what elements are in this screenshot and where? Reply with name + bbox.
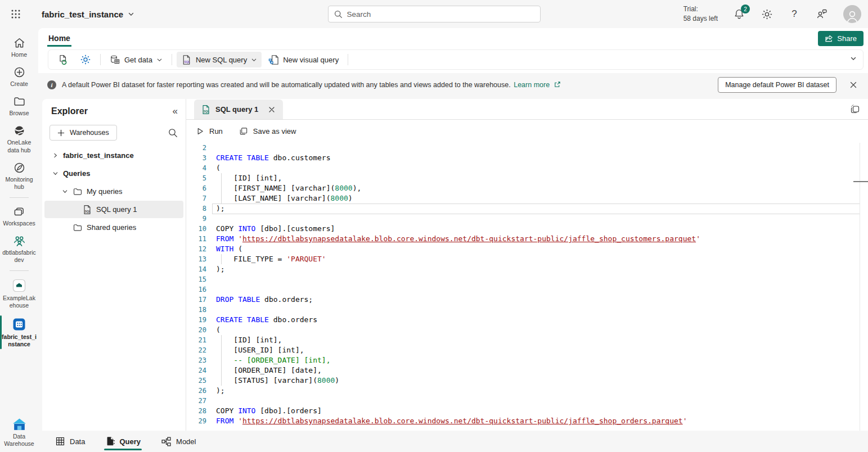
workspace-switcher[interactable]: fabric_test_instance (42, 10, 134, 19)
ribbon-collapse-chevron-icon[interactable] (849, 55, 857, 62)
search-input[interactable] (347, 10, 534, 19)
toolbar-separator (100, 54, 101, 65)
scrollbar-marker[interactable] (853, 181, 868, 182)
rail-item-workspaces[interactable]: Workspaces (0, 201, 38, 230)
code-line-22[interactable]: 22 [USER_ID] [int], (186, 345, 860, 355)
code-line-11[interactable]: 11FROM 'https://dbtlabsynapsedatalake.bl… (186, 234, 860, 244)
tab-home[interactable]: Home (47, 30, 71, 47)
code-line-17[interactable]: 17DROP TABLE dbo.orders; (186, 295, 860, 305)
rail-item-home[interactable]: Home (0, 33, 38, 62)
view-tab-query[interactable]: Query (105, 431, 141, 452)
code-line-27[interactable]: 27 (186, 396, 860, 406)
rail-item-browse[interactable]: Browse (0, 91, 38, 120)
code-line-23[interactable]: 23 -- [ORDER_DATE] [int], (186, 355, 860, 365)
code-text: ); (216, 204, 225, 214)
code-line-19[interactable]: 19CREATE TABLE dbo.orders (186, 315, 860, 325)
tree-item-fabric-test-instance[interactable]: fabric_test_instance (44, 147, 183, 164)
editor-tab-strip: SQL SQL query 1 (186, 99, 868, 120)
rail-item-data-warehouse[interactable]: Data Warehouse (0, 414, 38, 451)
rail-item-dbtlabsfabricdev[interactable]: dbtlabsfabricdev (0, 230, 38, 267)
chevron-right-icon[interactable] (51, 152, 59, 159)
code-line-28[interactable]: 28COPY INTO [dbo].[orders] (186, 406, 860, 416)
code-line-18[interactable]: 18 (186, 305, 860, 315)
sql-code-editor[interactable]: 23CREATE TABLE dbo.customers4(5 [ID] [in… (186, 143, 860, 431)
code-line-24[interactable]: 24 [ORDER_DATE] [date], (186, 365, 860, 376)
chevron-down-icon[interactable] (61, 188, 69, 195)
rail-item-create[interactable]: Create (0, 62, 38, 91)
line-number: 5 (186, 173, 206, 183)
code-line-10[interactable]: 10COPY INTO [dbo].[customers] (186, 224, 860, 234)
code-line-14[interactable]: 14); (186, 264, 860, 274)
help-icon[interactable]: ? (788, 8, 800, 20)
explorer-panel: Explorer « Warehouses fabric_test_instan… (42, 99, 186, 431)
code-line-16[interactable]: 16 (186, 284, 860, 295)
code-text: [ID] [int], (216, 173, 282, 183)
tree-item-label: Queries (63, 169, 90, 178)
tree-item-queries[interactable]: Queries (44, 165, 183, 182)
banner-close-icon[interactable] (845, 77, 861, 93)
tree-item-shared-queries[interactable]: Shared queries (44, 219, 183, 236)
rail-item-label: Workspaces (2, 220, 37, 227)
code-line-25[interactable]: 25 [STATUS] [varchar](8000) (186, 376, 860, 386)
line-number: 10 (186, 224, 206, 234)
app-launcher-icon[interactable] (3, 4, 28, 24)
global-search[interactable] (328, 6, 541, 22)
tab-close-icon[interactable] (267, 105, 276, 114)
collapse-panel-icon[interactable]: « (173, 106, 178, 117)
code-line-7[interactable]: 7 [LAST_NAME] [varchar](8000) (186, 193, 860, 204)
code-line-21[interactable]: 21 [ID] [int], (186, 335, 860, 345)
settings-button[interactable] (75, 52, 96, 67)
indent-guide (221, 173, 222, 183)
rail-divider (10, 197, 29, 198)
view-tab-data[interactable]: Data (55, 431, 85, 452)
code-line-29[interactable]: 29FROM 'https://dbtlabsynapsedatalake.bl… (186, 416, 860, 426)
settings-gear-icon[interactable] (761, 8, 773, 20)
view-tab-model[interactable]: Model (161, 431, 196, 452)
tab-title: SQL query 1 (215, 105, 258, 114)
rail-item-fabric-test-instance[interactable]: fabric_test_instance (0, 313, 38, 351)
new-sql-query-button[interactable]: SQL New SQL query (177, 52, 262, 67)
code-line-12[interactable]: 12WITH ( (186, 244, 860, 254)
learn-more-link[interactable]: Learn more (514, 81, 550, 89)
indent-guide (221, 376, 222, 386)
tree-item-sql-query-1[interactable]: SQLSQL query 1 (44, 201, 183, 218)
explorer-search-icon[interactable] (168, 128, 178, 138)
code-text: [STATUS] [varchar](8000) (216, 376, 339, 386)
tab-sql-query-1[interactable]: SQL SQL query 1 (194, 100, 283, 119)
get-data-button[interactable]: Get data (105, 52, 167, 67)
chevron-down-icon[interactable] (51, 170, 59, 177)
tree-item-my-queries[interactable]: My queries (44, 183, 183, 200)
save-as-view-button[interactable]: Save as view (239, 126, 296, 136)
manage-default-dataset-button[interactable]: Manage default Power BI dataset (718, 77, 836, 93)
visual-query-icon (268, 55, 279, 65)
refresh-dataset-button[interactable] (53, 52, 73, 67)
code-line-15[interactable]: 15 (186, 274, 860, 284)
code-line-5[interactable]: 5 [ID] [int], (186, 173, 860, 183)
code-line-2[interactable]: 2 (186, 143, 860, 153)
code-line-13[interactable]: 13 FILE_TYPE = 'PARQUET' (186, 254, 860, 264)
rail-item-monitoring-hub[interactable]: Monitoring hub (0, 157, 38, 194)
run-button[interactable]: Run (196, 127, 223, 135)
indent-guide (221, 335, 222, 345)
share-button[interactable]: Share (818, 31, 863, 46)
tree-item-label: Shared queries (87, 223, 136, 232)
line-number: 29 (186, 416, 206, 426)
rail-item-onelake-data-hub[interactable]: OneLake data hub (0, 120, 38, 157)
code-line-4[interactable]: 4( (186, 163, 860, 173)
feedback-icon[interactable] (816, 8, 828, 20)
add-warehouses-button[interactable]: Warehouses (50, 125, 117, 141)
code-line-8[interactable]: 8); (186, 204, 860, 214)
code-line-26[interactable]: 26); (186, 386, 860, 396)
notifications-bell-icon[interactable]: 2 (733, 8, 745, 20)
copy-stack-icon[interactable] (850, 104, 860, 114)
chevron-down-icon (251, 57, 257, 63)
new-visual-query-button[interactable]: New visual query (264, 52, 343, 67)
user-avatar[interactable] (843, 5, 861, 23)
code-line-3[interactable]: 3CREATE TABLE dbo.customers (186, 153, 860, 163)
code-line-6[interactable]: 6 [FIRST_NAME] [varchar](8000), (186, 183, 860, 193)
rail-item-examplelakehouse[interactable]: ExampleLakehouse (0, 274, 38, 313)
code-line-20[interactable]: 20( (186, 325, 860, 335)
line-number: 19 (186, 315, 206, 325)
trial-status: Trial: 58 days left (683, 4, 718, 24)
code-line-9[interactable]: 9 (186, 214, 860, 224)
